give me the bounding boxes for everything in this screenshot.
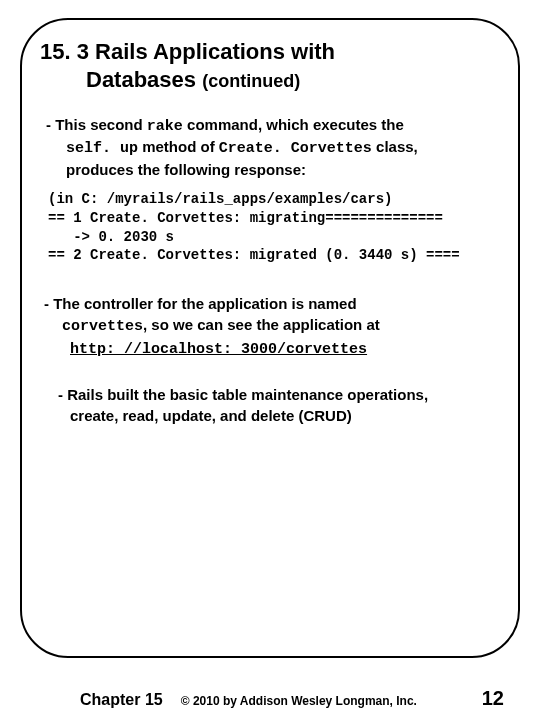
bullet-controller-name: - The controller for the application is …: [44, 293, 500, 360]
text: class,: [372, 138, 418, 155]
code-rake: rake: [147, 118, 183, 135]
text: command, which executes the: [183, 116, 404, 133]
slide-frame: 15. 3 Rails Applications with Databases …: [20, 18, 520, 658]
chapter-label: Chapter 15: [80, 691, 163, 709]
code-line: -> 0. 2030 s: [48, 229, 174, 245]
code-self-up: self. up: [66, 140, 138, 157]
code-line: == 1 Create. Corvettes: migrating=======…: [48, 210, 443, 226]
title-line2-main: Databases: [86, 67, 196, 92]
console-output: (in C: /myrails/rails_apps/examples/cars…: [48, 190, 500, 266]
text: - The controller for the application is …: [44, 295, 357, 312]
text: - Rails built the basic table maintenanc…: [58, 386, 428, 403]
code-line: == 2 Create. Corvettes: migrated (0. 344…: [48, 247, 460, 263]
title-line1: 15. 3 Rails Applications with: [40, 39, 335, 64]
code-create-corvettes: Create. Corvettes: [219, 140, 372, 157]
title-continued: (continued): [202, 71, 300, 91]
url-localhost-corvettes[interactable]: http: //localhost: 3000/corvettes: [70, 339, 367, 360]
copyright-text: © 2010 by Addison Wesley Longman, Inc.: [181, 694, 417, 708]
bullet-crud: - Rails built the basic table maintenanc…: [58, 384, 500, 426]
slide-title: 15. 3 Rails Applications with Databases …: [40, 38, 500, 93]
footer: Chapter 15 © 2010 by Addison Wesley Long…: [0, 687, 540, 710]
text: , so we can see the application at: [143, 316, 380, 333]
text: - This second: [46, 116, 147, 133]
text: create, read, update, and delete (CRUD): [70, 405, 352, 426]
code-corvettes: corvettes: [62, 318, 143, 335]
code-line: (in C: /myrails/rails_apps/examples/cars…: [48, 191, 392, 207]
page: 15. 3 Rails Applications with Databases …: [0, 0, 540, 720]
page-number: 12: [482, 687, 504, 710]
bullet-rake-command: - This second rake command, which execut…: [46, 115, 500, 180]
text: produces the following response:: [66, 160, 500, 180]
text: method of: [138, 138, 219, 155]
